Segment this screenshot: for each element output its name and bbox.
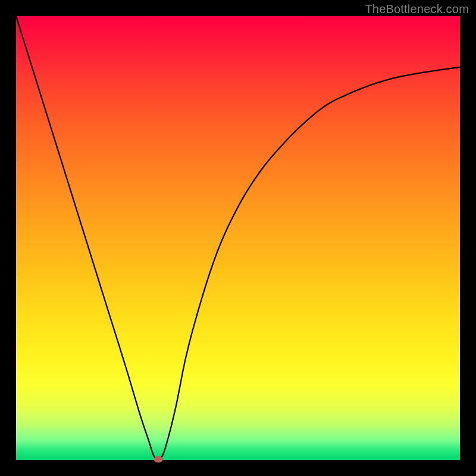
optimal-point-marker bbox=[154, 456, 162, 463]
chart-stage: TheBottleneck.com bbox=[0, 0, 476, 476]
watermark-text: TheBottleneck.com bbox=[365, 2, 469, 16]
bottleneck-curve bbox=[16, 16, 460, 460]
plot-area bbox=[16, 16, 460, 460]
